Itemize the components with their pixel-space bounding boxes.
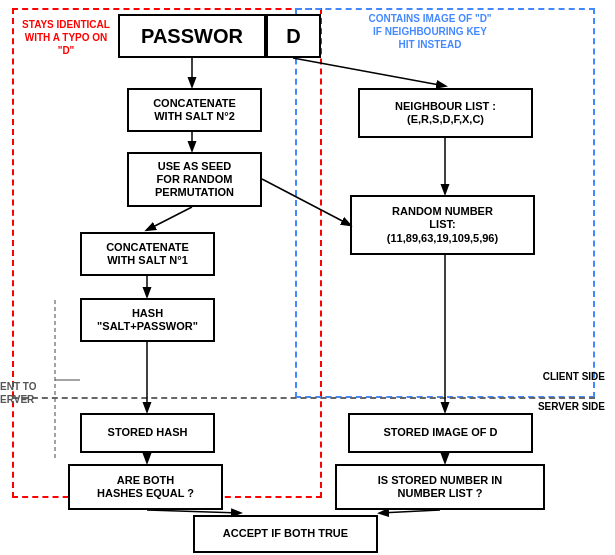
neighbour-list-box: NEIGHBOUR LIST :(E,R,S,D,F,X,C) bbox=[358, 88, 533, 138]
client-server-divider bbox=[12, 397, 595, 399]
hash-salt-box: HASH"SALT+PASSWOR" bbox=[80, 298, 215, 342]
password-left-box: PASSWOR bbox=[118, 14, 266, 58]
client-side-label: CLIENT SIDE bbox=[543, 370, 605, 383]
are-hashes-equal-box: ARE BOTHHASHES EQUAL ? bbox=[68, 464, 223, 510]
diagram-container: STAYS IDENTICAL WITH A TYPO ON "D" CONTA… bbox=[0, 0, 615, 555]
contains-image-label: CONTAINS IMAGE OF "D" IF NEIGHBOURING KE… bbox=[365, 12, 495, 51]
stored-hash-box: STORED HASH bbox=[80, 413, 215, 453]
is-stored-number-box: IS STORED NUMBER INNUMBER LIST ? bbox=[335, 464, 545, 510]
concat-salt2-box: CONCATENATEWITH SALT N°2 bbox=[127, 88, 262, 132]
svg-line-7 bbox=[293, 58, 445, 86]
svg-line-2 bbox=[147, 207, 192, 230]
password-right-box: D bbox=[266, 14, 321, 58]
svg-line-12 bbox=[380, 510, 440, 513]
svg-line-6 bbox=[147, 510, 240, 513]
accept-if-both-box: ACCEPT IF BOTH TRUE bbox=[193, 515, 378, 553]
random-number-list-box: RANDOM NUMBERLIST:(11,89,63,19,109,5,96) bbox=[350, 195, 535, 255]
stays-identical-label: STAYS IDENTICAL WITH A TYPO ON "D" bbox=[16, 18, 116, 57]
stored-image-d-box: STORED IMAGE OF D bbox=[348, 413, 533, 453]
use-as-seed-box: USE AS SEEDFOR RANDOMPERMUTATION bbox=[127, 152, 262, 207]
sent-to-server-label: ENT TO ERVER bbox=[0, 380, 60, 406]
server-side-label: SERVER SIDE bbox=[538, 400, 605, 413]
concat-salt1-box: CONCATENATEWITH SALT N°1 bbox=[80, 232, 215, 276]
svg-line-13 bbox=[262, 179, 350, 225]
